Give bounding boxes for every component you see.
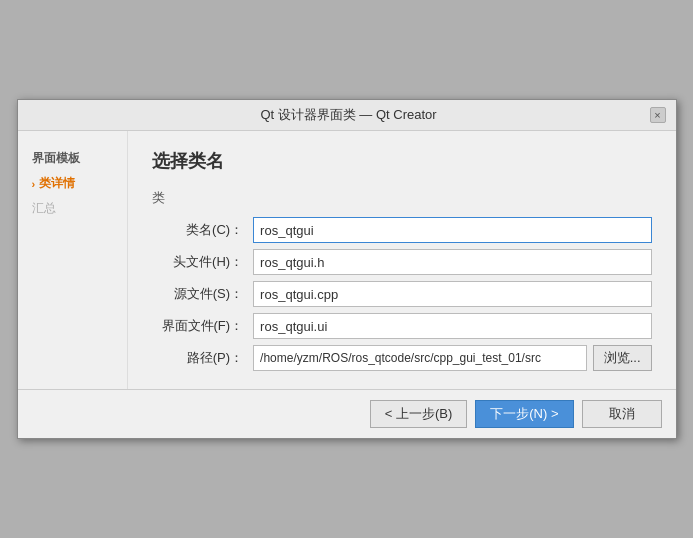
path-input[interactable] [253,345,587,371]
path-label: 路径(P)： [162,349,244,367]
section-label: 类 [152,189,652,207]
sidebar-item-summary: 汇总 [18,196,127,221]
next-button[interactable]: 下一步(N) > [475,400,573,428]
sidebar-item-class-detail[interactable]: › 类详情 [18,171,127,196]
sourcefile-input[interactable] [253,281,651,307]
titlebar: Qt 设计器界面类 — Qt Creator × [18,100,676,131]
footer: < 上一步(B) 下一步(N) > 取消 [18,389,676,438]
sidebar: 界面模板 › 类详情 汇总 [18,131,128,389]
path-row: 浏览... [253,345,651,371]
sidebar-item-label: 汇总 [32,200,56,217]
uifile-input[interactable] [253,313,651,339]
headerfile-label: 头文件(H)： [162,253,244,271]
browse-button[interactable]: 浏览... [593,345,652,371]
window-title: Qt 设计器界面类 — Qt Creator [48,106,650,124]
prev-button[interactable]: < 上一步(B) [370,400,468,428]
main-window: Qt 设计器界面类 — Qt Creator × 界面模板 › 类详情 汇总 选… [17,99,677,439]
sidebar-item-label: 类详情 [39,175,75,192]
sidebar-section-title: 界面模板 [18,146,127,171]
sourcefile-label: 源文件(S)： [162,285,244,303]
active-arrow-icon: › [32,178,36,190]
classname-input[interactable] [253,217,651,243]
page-title: 选择类名 [152,149,652,173]
content-area: 界面模板 › 类详情 汇总 选择类名 类 类名(C)： 头文件(H)： 源文件(… [18,131,676,389]
close-button[interactable]: × [650,107,666,123]
cancel-button[interactable]: 取消 [582,400,662,428]
classname-label: 类名(C)： [162,221,244,239]
headerfile-input[interactable] [253,249,651,275]
uifile-label: 界面文件(F)： [162,317,244,335]
form-table: 类名(C)： 头文件(H)： 源文件(S)： 界面文件(F)： 路径(P)： 浏… [162,217,652,371]
main-content: 选择类名 类 类名(C)： 头文件(H)： 源文件(S)： 界面文件(F)： 路… [128,131,676,389]
